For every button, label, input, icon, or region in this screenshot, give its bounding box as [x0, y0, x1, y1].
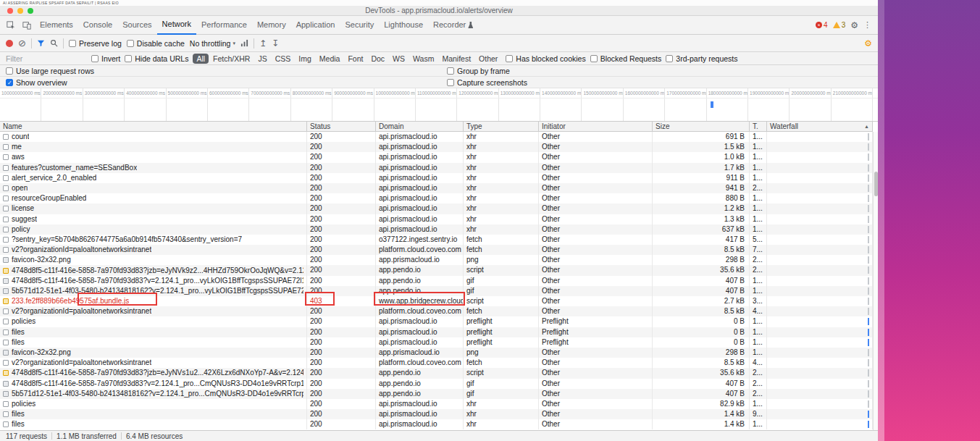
tab-sources[interactable]: Sources — [117, 16, 156, 35]
filter-pill-manifest[interactable]: Manifest — [438, 54, 474, 64]
settings-gear-icon[interactable]: ⚙ — [850, 21, 858, 30]
table-row[interactable]: 4748d8f5-c11f-416e-5858-7a970fd93d83?v=2… — [0, 276, 873, 286]
column-header-waterfall[interactable]: Waterfall▲ — [767, 122, 873, 131]
timeline-gridline: 800000000000 ms — [291, 88, 332, 121]
export-har-icon[interactable]: ↥ — [259, 39, 267, 48]
file-type-icon — [3, 370, 9, 376]
tab-lighthouse[interactable]: Lighthouse — [379, 16, 428, 35]
initiator-cell: Other — [539, 409, 653, 419]
throttling-select[interactable]: No throttling ▾ — [190, 39, 235, 48]
close-window-button[interactable] — [7, 8, 13, 14]
vertical-scrollbar[interactable] — [873, 132, 878, 430]
filter-pill-ws[interactable]: WS — [389, 54, 409, 64]
column-header-time[interactable]: T. — [750, 122, 767, 131]
more-options-icon[interactable]: ⋮ — [863, 21, 871, 29]
filter-pill-doc[interactable]: Doc — [367, 54, 388, 64]
search-button[interactable] — [50, 39, 58, 47]
capture-screenshots-checkbox[interactable] — [447, 79, 454, 86]
table-row[interactable]: policy200api.prismacloud.ioxhrOther637 k… — [0, 224, 873, 235]
issues-badge[interactable]: 3 — [833, 21, 846, 29]
hide-data-urls-checkbox[interactable] — [125, 55, 132, 62]
tab-performance[interactable]: Performance — [196, 16, 252, 35]
table-row[interactable]: favicon-32x32.png200app.prismacloud.iopn… — [0, 348, 873, 358]
tab-memory[interactable]: Memory — [252, 16, 291, 35]
table-row[interactable]: suggest200api.prismacloud.ioxhrOther1.3 … — [0, 214, 873, 224]
table-row[interactable]: v2?organizationId=paloaltonetworksintran… — [0, 358, 873, 368]
preserve-log-checkbox[interactable] — [69, 40, 76, 47]
device-toolbar-button[interactable] — [19, 18, 35, 33]
table-row[interactable]: files200api.prismacloud.iopreflightPrefl… — [0, 327, 873, 337]
table-row[interactable]: ?sentry_key=5b704b8626744775a6a0b914fb57… — [0, 235, 873, 245]
column-header-type[interactable]: Type — [464, 122, 539, 131]
tab-application[interactable]: Application — [291, 16, 340, 35]
invert-checkbox[interactable] — [91, 55, 99, 62]
column-header-name[interactable]: Name — [0, 122, 307, 131]
table-row[interactable]: policies200api.prismacloud.ioxhrOther82.… — [0, 399, 873, 409]
column-header-domain[interactable]: Domain — [376, 122, 464, 131]
filter-pill-img[interactable]: Img — [295, 54, 315, 64]
table-row[interactable]: 4748d8f5-c11f-416e-5858-7a970fd93d83?jzb… — [0, 265, 873, 275]
filter-pill-css[interactable]: CSS — [272, 54, 295, 64]
filter-pill-other[interactable]: Other — [475, 54, 501, 64]
table-row[interactable]: open200api.prismacloud.ioxhrOther941 B2.… — [0, 183, 873, 193]
table-row[interactable]: resourceGroupEnabled200api.prismacloud.i… — [0, 193, 873, 203]
use-large-request-rows-label: Use large request rows — [16, 67, 94, 75]
error-badge[interactable]: × 4 — [816, 21, 828, 29]
timeline-gridline: 200000000000 ms — [41, 88, 83, 121]
filter-pill-media[interactable]: Media — [316, 54, 344, 64]
tab-network[interactable]: Network — [157, 16, 196, 35]
disable-cache-checkbox[interactable] — [127, 40, 134, 47]
filter-pill-fetch-xhr[interactable]: Fetch/XHR — [209, 54, 254, 64]
table-row[interactable]: features?customer_name=SESandBox200api.p… — [0, 163, 873, 173]
column-header-initiator[interactable]: Initiator — [539, 122, 653, 131]
filter-toggle-button[interactable] — [37, 39, 45, 47]
table-row[interactable]: v2?organizationId=paloaltonetworksintran… — [0, 306, 873, 316]
network-settings-gear-icon[interactable]: ⚙ — [864, 39, 872, 48]
blocked-requests-checkbox[interactable] — [590, 55, 598, 62]
table-row[interactable]: files200api.prismacloud.iopreflightPrefl… — [0, 337, 873, 348]
tab-recorder[interactable]: Recorder — [428, 16, 478, 35]
filter-pill-wasm[interactable]: Wasm — [409, 54, 437, 64]
group-by-frame-checkbox[interactable] — [447, 67, 454, 75]
table-row[interactable]: policies200api.prismacloud.iopreflightPr… — [0, 316, 873, 327]
table-row[interactable]: aws200api.prismacloud.ioxhrOther1.0 kB1.… — [0, 152, 873, 162]
show-overview-checkbox[interactable] — [6, 79, 13, 86]
scrollbar-thumb[interactable] — [874, 172, 878, 196]
table-row[interactable]: 4748d8f5-c11f-416e-5858-7a970fd93d83?v=2… — [0, 379, 873, 389]
column-header-size[interactable]: Size — [653, 122, 750, 131]
tab-security[interactable]: Security — [340, 16, 379, 35]
import-har-icon[interactable]: ↧ — [272, 39, 279, 48]
tab-elements[interactable]: Elements — [35, 16, 78, 35]
type-cell: xhr — [464, 399, 539, 409]
has-blocked-cookies-checkbox[interactable] — [506, 55, 513, 62]
record-network-log-button[interactable] — [6, 40, 13, 47]
third-party-requests-checkbox[interactable] — [666, 55, 673, 62]
inspect-element-button[interactable] — [3, 18, 19, 33]
table-row[interactable]: 5b571d12-51e1-4f03-5480-b24134818162?v=2… — [0, 389, 873, 399]
table-row[interactable]: 4748d8f5-c11f-416e-5858-7a970fd93d83?jzb… — [0, 368, 873, 378]
filter-pill-all[interactable]: All — [193, 54, 209, 64]
network-conditions-button[interactable] — [240, 39, 248, 47]
waterfall-cell — [767, 316, 873, 327]
table-row[interactable]: count200api.prismacloud.ioxhrOther691 B1… — [0, 132, 873, 142]
zoom-window-button[interactable] — [28, 8, 33, 14]
filter-pill-js[interactable]: JS — [254, 54, 270, 64]
timeline-gridline: 700000000000 ms — [249, 88, 290, 121]
filter-pill-font[interactable]: Font — [344, 54, 367, 64]
clear-network-log-icon[interactable]: ⊘ — [18, 38, 26, 48]
table-row[interactable]: files200api.prismacloud.ioxhrOther1.4 kB… — [0, 419, 873, 429]
table-row[interactable]: v2?organizationId=paloaltonetworksintran… — [0, 245, 873, 255]
network-overview-timeline[interactable]: 100000000000 ms200000000000 ms3000000000… — [0, 88, 878, 122]
minimize-window-button[interactable] — [17, 8, 23, 14]
use-large-request-rows-checkbox[interactable] — [6, 67, 13, 75]
table-row[interactable]: alert_service_2.0_enabled200api.prismacl… — [0, 173, 873, 183]
tab-console[interactable]: Console — [78, 16, 117, 35]
request-name-cell: resourceGroupEnabled — [0, 193, 307, 203]
table-row[interactable]: me200api.prismacloud.ioxhrOther1.5 kB1..… — [0, 142, 873, 152]
waterfall-bar — [868, 175, 869, 182]
table-row[interactable]: files200api.prismacloud.ioxhrOther1.4 kB… — [0, 409, 873, 419]
filter-input[interactable] — [6, 54, 87, 63]
table-row[interactable]: favicon-32x32.png200app.prismacloud.iopn… — [0, 255, 873, 265]
table-row[interactable]: license200api.prismacloud.ioxhrOther1.2 … — [0, 203, 873, 214]
column-header-status[interactable]: Status — [307, 122, 376, 131]
